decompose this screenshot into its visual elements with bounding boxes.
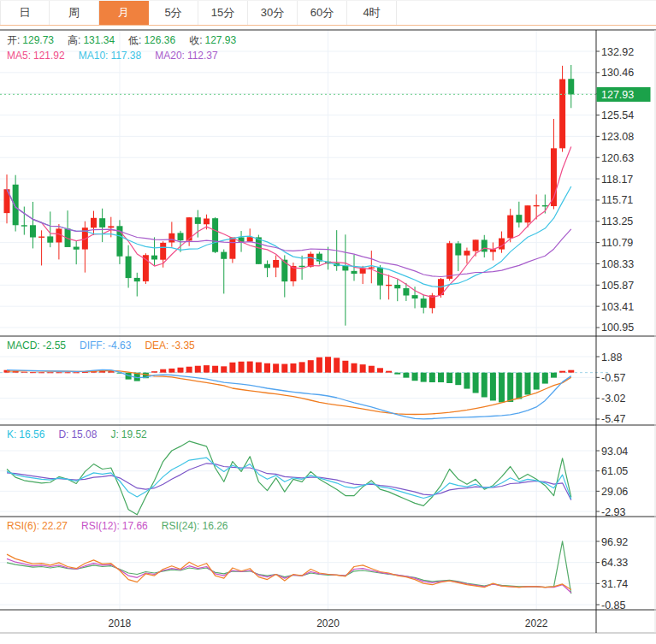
price-badge: 127.93: [597, 87, 651, 102]
candle[interactable]: [473, 239, 479, 251]
tab-week[interactable]: 周: [50, 1, 99, 25]
tab-60min[interactable]: 60分: [298, 1, 347, 25]
svg-text:61.05: 61.05: [601, 465, 628, 477]
svg-text:96.92: 96.92: [601, 536, 628, 548]
candle[interactable]: [377, 268, 383, 286]
candle[interactable]: [204, 218, 210, 224]
candle[interactable]: [516, 215, 522, 222]
svg-text:2020: 2020: [316, 617, 340, 629]
svg-text:2022: 2022: [525, 617, 548, 629]
candle[interactable]: [421, 298, 427, 308]
rsi-lines: [7, 541, 571, 594]
tab-30min[interactable]: 30分: [248, 1, 298, 25]
x-axis-labels: 201820202022: [109, 617, 548, 629]
candle[interactable]: [534, 205, 540, 206]
svg-text:108.33: 108.33: [601, 258, 634, 270]
macd-bar: [168, 369, 174, 373]
candle[interactable]: [342, 266, 348, 271]
candle[interactable]: [394, 285, 400, 288]
macd-bar: [108, 371, 114, 373]
tab-month[interactable]: 月: [99, 1, 149, 25]
candlestick-series: [4, 65, 575, 326]
trading-chart-app: 132.92130.46128.00125.54123.08120.63118.…: [0, 0, 656, 644]
svg-text:31.74: 31.74: [601, 578, 628, 590]
svg-text:110.79: 110.79: [601, 237, 633, 249]
candle[interactable]: [13, 185, 19, 225]
svg-text:64.33: 64.33: [601, 557, 628, 569]
macd-bar: [516, 373, 522, 399]
candle[interactable]: [30, 225, 36, 237]
macd-bar: [186, 367, 192, 373]
candle[interactable]: [525, 205, 531, 222]
macd-bar: [352, 363, 358, 373]
candle[interactable]: [151, 256, 157, 260]
candle[interactable]: [446, 243, 452, 279]
candle[interactable]: [308, 254, 314, 267]
candle[interactable]: [386, 285, 392, 286]
candle[interactable]: [38, 237, 44, 238]
macd-bar: [212, 366, 218, 373]
svg-text:29.06: 29.06: [601, 486, 628, 498]
candle[interactable]: [108, 226, 114, 227]
macd-bar: [369, 366, 375, 373]
candle[interactable]: [168, 233, 174, 243]
candle[interactable]: [178, 233, 184, 240]
candle[interactable]: [195, 217, 201, 224]
candle[interactable]: [264, 264, 270, 269]
candle[interactable]: [568, 79, 574, 94]
macd-bar: [65, 372, 71, 373]
macd-bar: [56, 372, 62, 373]
macd-bar: [482, 373, 488, 398]
chart-canvas[interactable]: 132.92130.46128.00125.54123.08120.63118.…: [0, 0, 656, 644]
d-line: [7, 464, 571, 500]
candle[interactable]: [542, 205, 548, 206]
candle[interactable]: [212, 218, 218, 252]
tab-4hour[interactable]: 4时: [347, 1, 397, 25]
candle[interactable]: [247, 237, 253, 241]
candle[interactable]: [21, 225, 27, 226]
candle[interactable]: [507, 216, 513, 239]
svg-text:-2.93: -2.93: [601, 506, 626, 518]
candle[interactable]: [221, 252, 227, 259]
candle[interactable]: [256, 237, 262, 263]
candle[interactable]: [91, 218, 97, 228]
macd-bar: [534, 373, 540, 390]
macd-bar: [542, 373, 548, 384]
candle[interactable]: [74, 247, 80, 250]
candle[interactable]: [99, 218, 105, 227]
candle[interactable]: [126, 257, 132, 278]
candle[interactable]: [412, 295, 418, 298]
candle[interactable]: [229, 238, 235, 259]
macd-bar: [568, 370, 574, 373]
candle[interactable]: [299, 266, 305, 267]
tab-day[interactable]: 日: [0, 1, 50, 25]
svg-text:113.25: 113.25: [601, 216, 633, 227]
candle[interactable]: [559, 80, 565, 149]
macd-bar: [256, 363, 262, 373]
macd-bar: [446, 373, 452, 383]
macd-bar: [499, 373, 505, 403]
candle[interactable]: [464, 251, 470, 255]
macd-bar: [151, 371, 157, 372]
svg-text:93.04: 93.04: [601, 446, 628, 458]
macd-bar: [455, 373, 461, 386]
candle[interactable]: [352, 271, 358, 274]
macd-bar: [438, 373, 444, 382]
macd-bar: [247, 362, 253, 373]
macd-bar: [386, 371, 392, 373]
svg-text:127.93: 127.93: [601, 89, 634, 101]
macd-bar: [325, 357, 331, 372]
candle[interactable]: [273, 260, 279, 268]
svg-text:1.88: 1.88: [601, 352, 622, 363]
candle[interactable]: [160, 243, 166, 260]
candle[interactable]: [403, 288, 409, 295]
tab-15min[interactable]: 15分: [198, 1, 248, 25]
candle[interactable]: [369, 267, 375, 268]
candle[interactable]: [455, 243, 461, 255]
macd-bar: [308, 360, 314, 373]
grid-lines: [0, 30, 596, 610]
y-axis-labels: 132.92130.46128.00125.54123.08120.63118.…: [596, 46, 634, 612]
candle[interactable]: [47, 236, 53, 242]
candle[interactable]: [134, 278, 140, 281]
tab-5min[interactable]: 5分: [149, 1, 198, 25]
